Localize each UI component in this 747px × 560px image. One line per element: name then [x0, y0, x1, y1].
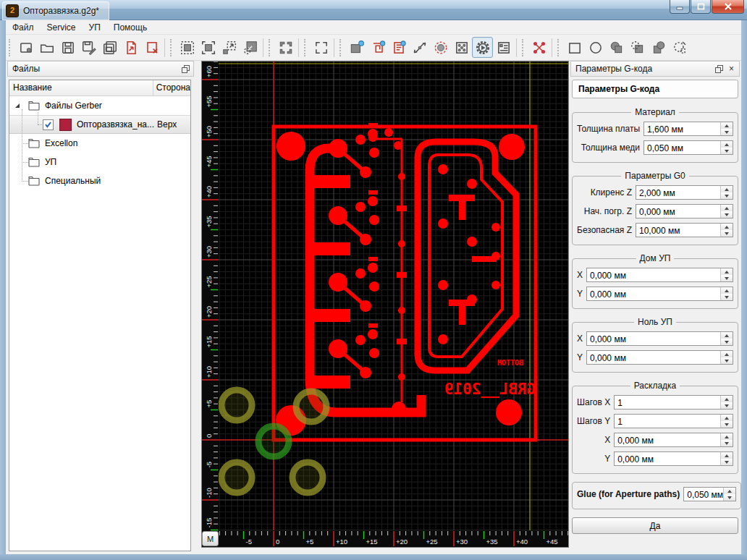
close-button[interactable]	[712, 0, 744, 14]
tree-item-специальный[interactable]: Специальный	[9, 171, 190, 190]
spinbox-value[interactable]: 0,050 мм	[684, 488, 723, 501]
column-side[interactable]: Сторона	[153, 80, 190, 96]
menu-item-помощь[interactable]: Помощь	[107, 21, 153, 34]
tree-item-layer[interactable]: Опторазвязка_на...Верх	[9, 115, 190, 134]
spin-down-button[interactable]	[721, 357, 733, 364]
spinbox-glue-for-aperture-paths-[interactable]: 0,050 мм	[683, 487, 736, 501]
spinbox-x[interactable]: 0,000 мм	[614, 433, 733, 447]
spin-down-button[interactable]	[721, 339, 733, 345]
spinbox-value[interactable]: 0,050 мм	[644, 141, 720, 154]
tile-elements-button[interactable]	[275, 37, 296, 58]
curve-path-button[interactable]	[409, 37, 430, 58]
spin-down-button[interactable]	[721, 211, 733, 218]
tree-item-уп[interactable]: УП	[9, 153, 190, 171]
open-file-button[interactable]	[36, 37, 57, 58]
maximize-button[interactable]	[691, 0, 711, 14]
zoom-selection-button[interactable]	[198, 37, 219, 58]
spinbox-y[interactable]: 0,000 мм	[586, 287, 733, 301]
canvas-view[interactable]: BOTTOM GRBL__2019 +60+55+50+45+40+35+30+…	[201, 61, 569, 548]
save-all-button[interactable]	[99, 37, 120, 58]
spin-down-button[interactable]	[721, 459, 733, 465]
spinbox-x[interactable]: 0,000 мм	[586, 268, 733, 282]
spin-up-button[interactable]	[721, 415, 733, 421]
boolean-union-button[interactable]	[606, 37, 627, 58]
spinbox-value[interactable]: 0,000 мм	[587, 332, 720, 345]
visibility-checkbox[interactable]	[43, 119, 54, 130]
spin-up-button[interactable]	[721, 268, 733, 275]
shape-square-button[interactable]	[564, 37, 585, 58]
menu-item-файл[interactable]: Файл	[6, 21, 41, 34]
spin-down-button[interactable]	[721, 129, 733, 135]
tree-item-excellon[interactable]: Excellon	[9, 134, 190, 153]
boolean-subtract-button[interactable]	[627, 37, 648, 58]
corner-markers-button[interactable]	[528, 37, 549, 58]
spinbox-безопасная-z[interactable]: 10,000 мм	[636, 223, 733, 237]
spin-up-button[interactable]	[724, 488, 735, 494]
units-mode-button[interactable]: M	[202, 531, 219, 546]
spinbox-y[interactable]: 0,000 мм	[586, 350, 733, 365]
zoom-actual-button[interactable]	[219, 37, 240, 58]
spinbox-value[interactable]: 0,000 мм	[615, 452, 720, 465]
spin-down-button[interactable]	[721, 192, 733, 199]
spinbox-value[interactable]: 10,000 мм	[636, 224, 720, 237]
spinbox-value[interactable]: 0,000 мм	[636, 205, 720, 218]
spinbox-value[interactable]: 0,000 мм	[587, 268, 720, 281]
toolbar-drag-handle[interactable]	[522, 39, 526, 56]
toolbar-drag-handle[interactable]	[9, 39, 13, 56]
menu-item-уп[interactable]: УП	[83, 21, 107, 34]
apply-button[interactable]: Да	[572, 517, 738, 534]
toolbar-drag-handle[interactable]	[339, 39, 344, 56]
copper-layer-button[interactable]	[346, 37, 367, 58]
spinbox-толщина-платы[interactable]: 1,600 мм	[643, 122, 733, 136]
layer-color-swatch[interactable]	[59, 119, 72, 131]
new-file-button[interactable]	[15, 37, 36, 58]
spinbox-value[interactable]: 2,000 мм	[636, 186, 720, 199]
spin-up-button[interactable]	[721, 332, 733, 339]
tree-column-header[interactable]: Название Сторона	[9, 80, 190, 96]
spin-up-button[interactable]	[721, 452, 733, 459]
spin-up-button[interactable]	[721, 205, 733, 211]
import-file-button[interactable]	[120, 37, 141, 58]
tree-item-файлы-gerber[interactable]: Файлы Gerber	[9, 96, 190, 115]
gerber-doc-button[interactable]	[388, 37, 409, 58]
tile-outline-button[interactable]	[311, 37, 332, 58]
spin-up-button[interactable]	[721, 186, 733, 192]
spin-down-button[interactable]	[721, 148, 733, 154]
drill-marker-button[interactable]	[430, 37, 451, 58]
minimize-button[interactable]	[670, 0, 690, 14]
shape-circle-button[interactable]	[585, 37, 606, 58]
spin-up-button[interactable]	[721, 351, 733, 357]
spin-down-button[interactable]	[721, 440, 733, 446]
spin-up-button[interactable]	[721, 396, 733, 402]
save-as-button[interactable]	[78, 37, 99, 58]
toolbar-drag-handle[interactable]	[557, 39, 562, 56]
spinbox-value[interactable]: 0,000 мм	[587, 351, 720, 364]
title-bar[interactable]: 2 Опторазвязка.g2g*	[0, 0, 747, 20]
pcb-canvas[interactable]: BOTTOM GRBL__2019 +60+55+50+45+40+35+30+…	[201, 61, 569, 548]
expander-icon[interactable]	[15, 103, 20, 108]
spin-down-button[interactable]	[721, 402, 733, 409]
spinbox-value[interactable]: 1,600 мм	[644, 122, 720, 135]
spin-up-button[interactable]	[721, 287, 733, 294]
column-name[interactable]: Название	[9, 80, 153, 96]
save-file-button[interactable]	[57, 37, 78, 58]
gcode-params-tab[interactable]: Параметры G-кода	[572, 80, 738, 98]
spin-down-button[interactable]	[721, 294, 733, 300]
boolean-merge-button[interactable]	[648, 37, 669, 58]
gerber-trace-button[interactable]	[367, 37, 388, 58]
float-panel-button[interactable]	[713, 64, 725, 75]
gcode-properties-button[interactable]	[493, 37, 514, 58]
spinbox-толщина-меди[interactable]: 0,050 мм	[643, 140, 733, 155]
toolbar-drag-handle[interactable]	[269, 39, 273, 56]
generate-gcode-button[interactable]	[472, 37, 493, 58]
spinbox-клиренс-z[interactable]: 2,000 мм	[636, 185, 733, 200]
spinbox-value[interactable]: 0,000 мм	[587, 287, 720, 300]
spinbox-шагов-y[interactable]: 1	[614, 414, 733, 428]
toolbar-drag-handle[interactable]	[304, 39, 308, 56]
spin-up-button[interactable]	[721, 433, 733, 440]
spinbox-value[interactable]: 1	[615, 396, 720, 409]
boolean-rotate-button[interactable]	[669, 37, 690, 58]
spinbox-y[interactable]: 0,000 мм	[614, 451, 733, 466]
spinbox-x[interactable]: 0,000 мм	[586, 331, 733, 346]
float-panel-button[interactable]	[180, 64, 192, 75]
